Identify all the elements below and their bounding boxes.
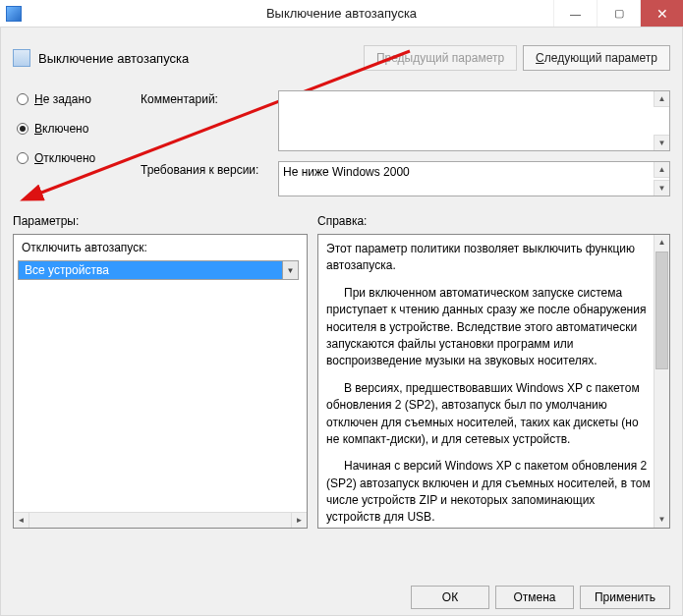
help-text: При включенном автоматическом запуске си… — [326, 285, 652, 370]
requirements-label: Требования к версии: — [141, 161, 268, 196]
dialog-body: Выключение автозапуска Предыдущий параме… — [0, 28, 683, 616]
help-pane: Этот параметр политики позволяет выключи… — [317, 234, 670, 529]
title-bar: Выключение автозапуска — ▢ ✕ — [0, 0, 683, 28]
radio-enabled[interactable]: Включено — [17, 122, 141, 136]
scroll-up-icon[interactable]: ▲ — [655, 235, 669, 251]
horizontal-scrollbar[interactable]: ◄ ► — [14, 512, 307, 528]
radio-disabled[interactable]: Отключено — [17, 151, 141, 165]
next-setting-button[interactable]: Следующий параметр — [523, 45, 670, 71]
comment-row: Комментарий: ▲ ▼ — [141, 90, 670, 151]
previous-setting-button[interactable]: Предыдущий параметр — [364, 45, 517, 71]
radio-not-configured[interactable]: Не задано — [17, 92, 141, 106]
top-section: Не задано Включено Отключено Комментарий… — [13, 90, 670, 196]
scroll-right-icon[interactable]: ► — [291, 513, 307, 528]
param-field-label: Отключить автозапуск: — [14, 235, 307, 258]
scroll-track[interactable] — [29, 513, 291, 528]
vertical-scrollbar[interactable]: ▲ ▼ — [654, 235, 669, 528]
radio-icon — [17, 93, 28, 105]
dialog-footer: ОК Отмена Применить — [411, 586, 670, 609]
params-label: Параметры: — [13, 214, 317, 228]
help-text: В версиях, предшествовавших Windows XP с… — [326, 380, 652, 449]
ok-button[interactable]: ОК — [411, 586, 489, 609]
app-icon — [6, 6, 22, 22]
parameters-pane: Отключить автозапуск: Все устройства ▼ ◄… — [13, 234, 308, 529]
pane-labels: Параметры: Справка: — [13, 214, 670, 228]
autorun-target-select[interactable]: Все устройства ▼ — [18, 260, 299, 280]
help-text: Этот параметр политики позволяет выключи… — [326, 241, 652, 275]
policy-title: Выключение автозапуска — [38, 51, 189, 66]
scroll-track[interactable] — [655, 370, 669, 512]
state-radio-group: Не задано Включено Отключено — [13, 90, 141, 196]
policy-icon — [13, 49, 30, 67]
header: Выключение автозапуска Предыдущий параме… — [13, 37, 670, 79]
panes: Отключить автозапуск: Все устройства ▼ ◄… — [13, 234, 670, 529]
help-label: Справка: — [317, 214, 367, 228]
cancel-button[interactable]: Отмена — [495, 586, 574, 609]
scroll-down-icon[interactable]: ▼ — [654, 180, 669, 196]
radio-icon — [17, 152, 28, 164]
comment-textarea[interactable]: ▲ ▼ — [278, 90, 670, 151]
scroll-down-icon[interactable]: ▼ — [655, 512, 669, 528]
fields: Комментарий: ▲ ▼ Требования к версии: Не… — [141, 90, 670, 196]
window-buttons: — ▢ ✕ — [553, 0, 683, 27]
scroll-up-icon[interactable]: ▲ — [654, 162, 669, 178]
requirements-row: Требования к версии: Не ниже Windows 200… — [141, 161, 670, 196]
scroll-up-icon[interactable]: ▲ — [654, 91, 669, 107]
close-button[interactable]: ✕ — [640, 0, 683, 27]
comment-label: Комментарий: — [141, 90, 268, 151]
scroll-thumb[interactable] — [655, 252, 668, 369]
chevron-down-icon: ▼ — [282, 261, 298, 279]
apply-button[interactable]: Применить — [580, 586, 670, 609]
scroll-down-icon[interactable]: ▼ — [654, 135, 669, 150]
help-text: Начиная с версий Windows XP с пакетом об… — [326, 458, 652, 527]
maximize-button[interactable]: ▢ — [597, 0, 640, 27]
scroll-left-icon[interactable]: ◄ — [14, 513, 29, 528]
minimize-button[interactable]: — — [553, 0, 597, 27]
requirements-textarea: Не ниже Windows 2000 ▲ ▼ — [278, 161, 670, 196]
radio-icon — [17, 123, 28, 135]
